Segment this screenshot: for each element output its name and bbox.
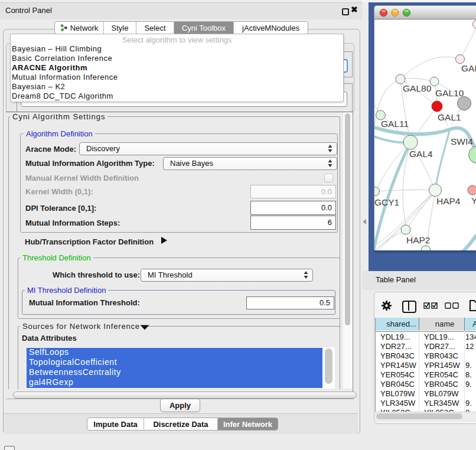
svg-text:HAP4: HAP4: [436, 196, 461, 206]
svg-text:HAP2: HAP2: [406, 235, 431, 245]
svg-text:GAL1: GAL1: [438, 112, 461, 122]
svg-text:GAL7: GAL7: [461, 63, 476, 73]
svg-text:GAL11: GAL11: [381, 119, 409, 129]
svg-text:YJ: YJ: [471, 195, 476, 206]
svg-text:SWI4: SWI4: [451, 136, 473, 146]
svg-text:GAL10: GAL10: [435, 88, 464, 98]
svg-text:GAL4: GAL4: [409, 149, 433, 159]
svg-text:GCY1: GCY1: [374, 197, 399, 207]
svg-text:GAL80: GAL80: [403, 83, 432, 93]
